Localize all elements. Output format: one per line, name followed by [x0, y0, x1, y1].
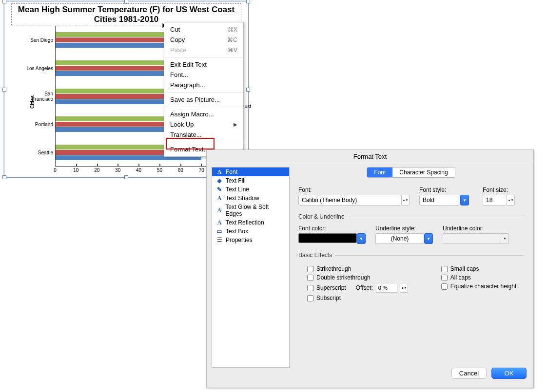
sidebar-item-label: Text Reflection [226, 219, 264, 226]
resize-handle-rm[interactable] [246, 88, 250, 92]
dialog-sidebar: AFont◆Text Fill✎Text LineAText ShadowATe… [212, 167, 290, 368]
ok-button[interactable]: OK [491, 368, 527, 379]
checkbox-strikethrough[interactable] [307, 266, 313, 272]
resize-handle-bl[interactable] [2, 175, 6, 179]
shortcut: ⌘C [227, 37, 237, 43]
menu-cut[interactable]: Cut⌘X [164, 24, 243, 35]
sidebar-item-text-glow-soft-edges[interactable]: AText Glow & Soft Edges [212, 203, 289, 218]
font-color-dropdown[interactable]: ▼ [357, 233, 366, 244]
x-tick: 50 [157, 168, 162, 173]
font-size-input[interactable] [483, 195, 507, 205]
checkbox-subscript[interactable] [307, 295, 313, 301]
sidebar-icon: A [216, 195, 223, 202]
sidebar-item-label: Text Line [226, 186, 249, 193]
cancel-button[interactable]: Cancel [451, 368, 487, 379]
chevron-right-icon: ▶ [234, 122, 237, 127]
category-label: Los Angeles [25, 65, 53, 71]
menu-separator [164, 107, 243, 107]
sidebar-item-text-fill[interactable]: ◆Text Fill [212, 176, 289, 185]
shortcut: ⌘X [228, 26, 237, 33]
sidebar-item-label: Text Glow & Soft Edges [226, 204, 285, 217]
x-tick: 20 [94, 168, 99, 173]
menu-label: Exit Edit Text [170, 61, 207, 68]
checkbox-equalize-height[interactable] [441, 283, 448, 290]
menu-label: Assign Macro... [170, 111, 214, 118]
menu-assign-macro[interactable]: Assign Macro... [164, 109, 243, 119]
resize-handle-tm[interactable] [124, 0, 128, 3]
underline-style-dropdown[interactable]: ▼ [424, 233, 433, 244]
sidebar-item-text-line[interactable]: ✎Text Line [212, 185, 289, 194]
menu-separator [164, 92, 243, 93]
format-text-dialog: Format Text AFont◆Text Fill✎Text LineATe… [206, 149, 534, 388]
checkbox-superscript[interactable] [307, 285, 313, 291]
shortcut: ⌘V [228, 47, 237, 54]
sidebar-icon: ▭ [216, 228, 223, 235]
underline-color-select [443, 233, 501, 244]
sidebar-item-text-shadow[interactable]: AText Shadow [212, 194, 289, 203]
sidebar-icon: A [216, 219, 223, 226]
offset-stepper[interactable]: ▲▼ [400, 283, 408, 293]
font-stepper[interactable]: ▲▼ [402, 195, 410, 205]
menu-label: Font... [170, 71, 188, 78]
sidebar-item-text-box[interactable]: ▭Text Box [212, 227, 289, 236]
menu-label: Format Text... [170, 146, 209, 153]
sidebar-item-label: Text Fill [226, 177, 246, 184]
sidebar-item-text-reflection[interactable]: AText Reflection [212, 218, 289, 227]
menu-look-up[interactable]: Look Up▶ [164, 119, 243, 130]
tab-font[interactable]: Font [367, 168, 392, 177]
underline-style-select[interactable] [375, 233, 424, 244]
resize-handle-lm[interactable] [2, 88, 6, 92]
menu-separator [164, 57, 243, 57]
x-tick: 10 [73, 168, 78, 173]
x-tick: 30 [115, 168, 120, 173]
offset-input[interactable] [376, 283, 397, 293]
font-size-label: Font size: [483, 187, 524, 193]
sidebar-item-label: Properties [226, 237, 253, 243]
menu-copy[interactable]: Copy⌘C [164, 35, 243, 45]
context-menu: Cut⌘X Copy⌘C Paste⌘V Exit Edit Text Font… [164, 22, 244, 157]
sidebar-icon: ◆ [216, 177, 223, 184]
category-label: San Diego [25, 37, 53, 42]
resize-handle-bm[interactable] [124, 175, 128, 179]
menu-font[interactable]: Font... [164, 70, 243, 80]
menu-exit-edit-text[interactable]: Exit Edit Text [164, 59, 243, 70]
checkbox-label: Double strikethrough [316, 274, 371, 281]
font-input[interactable] [298, 195, 402, 205]
menu-label: Save as Picture... [170, 96, 220, 103]
sidebar-icon: ✎ [216, 186, 223, 193]
color-underline-section: Color & Underline [298, 213, 524, 220]
menu-paragraph[interactable]: Paragraph... [164, 80, 243, 90]
sidebar-item-label: Text Shadow [226, 195, 259, 202]
font-size-stepper[interactable]: ▲▼ [507, 195, 515, 205]
font-color-swatch[interactable] [298, 233, 357, 243]
underline-color-label: Underline color: [443, 225, 509, 232]
menu-save-as-picture[interactable]: Save as Picture... [164, 94, 243, 105]
menu-label: Cut [170, 26, 180, 33]
checkbox-label: Small caps [450, 265, 479, 272]
resize-handle-tr[interactable] [246, 0, 250, 3]
checkbox-label: Subscript [316, 295, 341, 301]
menu-translate[interactable]: Translate... [164, 130, 243, 140]
legend-partial: ust [245, 104, 251, 109]
sidebar-item-font[interactable]: AFont [212, 168, 289, 176]
sidebar-item-properties[interactable]: ☰Properties [212, 236, 289, 244]
font-style-label: Font style: [419, 187, 473, 193]
menu-label: Paste [170, 46, 186, 54]
menu-separator [164, 142, 243, 142]
checkbox-small-caps[interactable] [441, 266, 448, 272]
sidebar-item-label: Text Box [226, 228, 248, 235]
checkbox-double-strikethrough[interactable] [307, 275, 313, 281]
font-color-label: Font color: [298, 225, 366, 232]
font-label: Font: [298, 187, 410, 193]
checkbox-all-caps[interactable] [441, 275, 448, 281]
checkbox-label: Strikethrough [316, 265, 351, 272]
checkbox-label: Equalize character height [450, 283, 516, 290]
tab-character-spacing[interactable]: Character Spacing [392, 168, 454, 177]
sidebar-icon: A [216, 207, 223, 214]
font-style-input[interactable] [419, 195, 460, 205]
checkbox-label: All caps [450, 274, 471, 281]
segmented-tabs: Font Character Spacing [367, 167, 455, 178]
font-style-dropdown[interactable]: ▼ [460, 195, 469, 205]
dialog-main: Font Character Spacing Font: ▲▼ Font sty… [293, 162, 533, 368]
resize-handle-tl[interactable] [2, 0, 6, 3]
